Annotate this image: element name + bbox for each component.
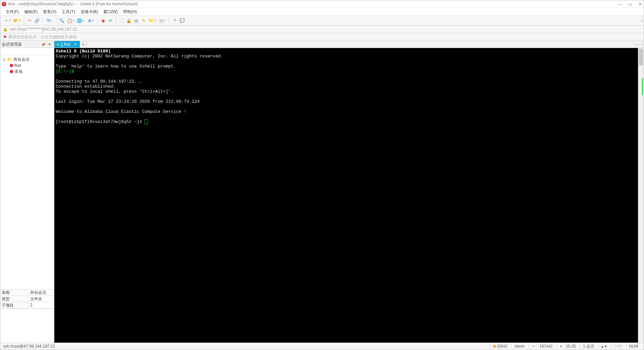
tree-item-first[interactable]: first [1,62,53,69]
menu-window[interactable]: 窗口(W) [101,8,120,15]
minimize-button[interactable]: — [617,1,622,7]
folder-icon: 📁 [7,57,12,62]
flag-icon: ⚑ [3,35,7,40]
menu-view[interactable]: 查看(V) [41,8,58,15]
menu-help[interactable]: 帮助(H) [121,8,139,15]
menu-edit[interactable]: 编辑(E) [22,8,40,15]
term-line: Type `help' to learn how to use Xshell p… [56,64,176,69]
window-title: first - root@izbp1fl9xsei3at7dwj6q5z:~ -… [8,2,138,6]
pin-button[interactable]: 📌 [40,43,47,46]
status-cap: CAP [611,344,625,349]
lock-button[interactable]: 🔒 [125,17,132,24]
refresh-button[interactable]: ⟳ [107,17,114,24]
down-icon[interactable]: ▾ [605,344,607,349]
terminal-wrap: Xshell 6 (Build 0189) Copyright (c) 2002… [54,48,644,343]
tab-prev-button[interactable]: ◂ [635,43,636,46]
term-line: Last login: Tue Mar 17 23:24:29 2020 fro… [56,99,200,104]
scrollbar-thumb[interactable] [639,49,643,65]
help-button[interactable]: ? [171,17,178,24]
separator [116,17,116,24]
maximize-button[interactable]: ▭ [628,1,632,7]
session-icon [10,70,13,73]
toolbar: ＋ 📂 ✂ 🔗 ⧉ 🔍 📋 🌐 A ◉ ⟳ ⛶ 🔒 ▦ ✎ 📁 ▤ ? 💬 ▾ [0,16,644,26]
sidebar-spacer [0,309,54,343]
address-bar[interactable]: 🔒 ssh://root:*********@47.98.144.197:22 [0,26,644,33]
prop-key: 类型 [0,296,29,302]
status-size-text: 187x42 [539,344,552,349]
collapse-icon[interactable]: ⊟ [2,58,6,61]
folder-button[interactable]: 📁 [148,17,157,24]
app-logo-icon [2,2,6,6]
term-line: Copyright (c) 2002 NetSarang Computer, I… [56,54,223,59]
fullscreen-button[interactable]: ⛶ [118,17,125,24]
session-icon [10,64,13,67]
term-line: Welcome to Alibaba Cloud Elastic Compute… [56,109,186,114]
sidebar-close-button[interactable]: ✕ [47,42,53,47]
main-pane: 1 first ✕ + ◂ ▸ ▾ Xshell 6 (Build 0189) … [54,41,644,343]
prop-key: 名称 [0,290,29,296]
tab-bar: 1 first ✕ + ◂ ▸ ▾ [54,41,644,48]
term-line: Connection established. [56,84,116,89]
prop-row: 子项目 2 [0,302,54,309]
add-tab-button[interactable]: + [80,41,87,48]
separator [169,17,169,24]
prop-key: 子项目 [0,302,29,308]
address-text: ssh://root:*********@47.98.144.197:22 [10,27,77,32]
tab-first[interactable]: 1 first ✕ [54,41,80,48]
sidebar-search[interactable]: 🔍 [0,48,54,55]
globe-button[interactable]: 🌐 [76,17,85,24]
status-pos: ⌖ 15,35 [557,344,579,349]
tab-next-button[interactable]: ▸ [638,43,639,46]
menu-tools[interactable]: 工具(T) [60,8,77,15]
sidebar-title: 会话管理器 [2,42,22,47]
hint-text: 要添加当前会话，点击左侧的箭头按钮。 [8,34,81,40]
reload-button[interactable]: ◉ [100,17,106,24]
properties-table: 名称 所有会话 类型 文件夹 子项目 2 [0,289,54,309]
cursor-icon [145,119,148,124]
session-sidebar: 会话管理器 📌 ✕ 🔍 ⊟ 📁 所有会话 first [0,41,54,343]
tab-label: first [64,42,70,47]
scroll-marker [642,78,643,95]
size-icon: ↔ [532,344,536,349]
menu-bar: 文件(F) 编辑(E) 查看(V) 工具(T) 选项卡(B) 窗口(W) 帮助(… [0,8,644,16]
copy-button[interactable]: ⧉ [45,17,54,24]
status-bar: ssh://root@47.98.144.197:22 SSH2 xterm ↔… [0,343,644,350]
session-tree: ⊟ 📁 所有会话 first 本地 [0,55,54,289]
close-button[interactable]: ✕ [638,1,642,7]
separator [24,17,24,24]
new-session-button[interactable]: ＋ [2,17,12,24]
box-button[interactable]: ▦ [133,17,140,24]
tab-close-button[interactable]: ✕ [74,42,77,47]
status-termtype: xterm [512,344,527,349]
window-button[interactable]: ▤ [158,17,167,24]
tree-root[interactable]: ⊟ 📁 所有会话 [1,56,53,62]
search-button[interactable]: 🔍 [58,17,65,24]
lock-icon: 🔒 [3,27,8,32]
tab-number: 1 [61,42,63,47]
cut-button[interactable]: ✂ [26,17,33,24]
pos-icon: ⌖ [560,344,562,349]
link-button[interactable]: 🔗 [34,17,40,24]
terminal[interactable]: Xshell 6 (Build 0189) Copyright (c) 2002… [54,48,638,343]
tree-item-local[interactable]: 本地 [1,69,53,75]
status-address: ssh://root@47.98.144.197:22 [0,344,58,349]
separator [97,17,98,24]
font-button[interactable]: A [86,17,95,24]
open-button[interactable]: 📂 [12,17,22,24]
up-icon[interactable]: ▴ [601,344,603,349]
tab-list-button[interactable]: ▾ [641,43,642,46]
menu-tabs[interactable]: 选项卡(B) [78,8,100,15]
prop-value: 2 [29,302,54,308]
terminal-scrollbar[interactable] [638,48,644,343]
sidebar-header: 会话管理器 📌 ✕ [0,41,54,48]
led-icon [493,345,496,348]
status-sessions: 1 会话 [580,344,597,349]
sidebar-search-input[interactable] [2,49,53,54]
toolbar-overflow[interactable]: ▾ [641,19,642,22]
highlight-button[interactable]: ✎ [140,17,147,24]
menu-file[interactable]: 文件(F) [4,8,21,15]
paste-button[interactable]: 📋 [66,17,75,24]
app-window: first - root@izbp1fl9xsei3at7dwj6q5z:~ -… [0,0,644,350]
chat-button[interactable]: 💬 [179,17,185,24]
term-line: To escape to local shell, press 'Ctrl+Al… [56,89,173,94]
